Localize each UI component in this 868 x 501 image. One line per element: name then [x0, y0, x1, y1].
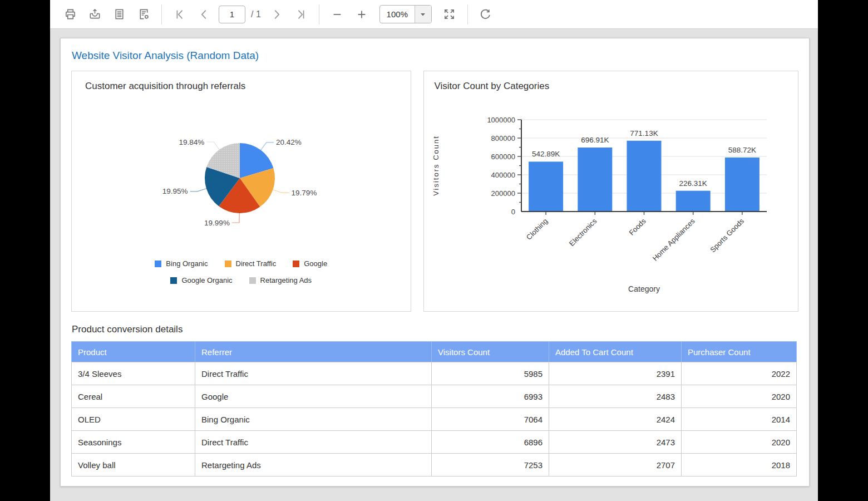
- table-cell: 2014: [682, 408, 797, 431]
- y-tick-label: 800000: [491, 134, 515, 143]
- table-cell: 2020: [682, 385, 797, 408]
- table-row: Volley ballRetargeting Ads725327072018: [72, 454, 797, 477]
- print-button[interactable]: [60, 4, 80, 24]
- table-cell: 7253: [432, 454, 549, 477]
- table-cell: Retargeting Ads: [195, 454, 432, 477]
- zoom-out-button[interactable]: [327, 4, 347, 24]
- zoom-dropdown-button[interactable]: [415, 6, 431, 23]
- bar: [578, 148, 612, 212]
- last-page-button[interactable]: [291, 4, 311, 24]
- last-page-icon: [295, 8, 307, 21]
- fullscreen-button[interactable]: [440, 4, 460, 24]
- table-cell: Seasonings: [72, 431, 195, 454]
- table-section-title: Product conversion details: [72, 324, 798, 335]
- table-cell: Google: [195, 385, 432, 408]
- table-header-cell: Added To Cart Count: [549, 342, 682, 362]
- legend-item[interactable]: Google: [293, 259, 327, 268]
- table-row: OLEDBing Organic706424242014: [72, 408, 797, 431]
- x-category-label: Clothing: [524, 217, 549, 242]
- first-page-button[interactable]: [170, 4, 190, 24]
- table-cell: OLED: [72, 408, 195, 431]
- table-cell: 5985: [432, 362, 549, 385]
- pie-chart: 20.42%19.79%19.99%19.95%19.84%: [72, 96, 411, 253]
- report-page: Website Visitor Analysis (Random Data) C…: [60, 38, 810, 487]
- table-header-cell: Visitors Count: [432, 342, 549, 362]
- next-page-button[interactable]: [267, 4, 287, 24]
- print-icon: [64, 8, 77, 21]
- legend-item[interactable]: Bing Organic: [155, 259, 208, 268]
- y-tick-label: 1000000: [487, 116, 515, 124]
- toolbar-divider: [161, 4, 162, 24]
- table-row: SeasoningsDirect Traffic689624732020: [72, 431, 797, 454]
- pie-value-label: 19.95%: [162, 187, 188, 195]
- x-category-label: Sports Goods: [708, 217, 746, 254]
- next-page-icon: [270, 8, 283, 21]
- report-viewer: / 1 100%: [50, 0, 818, 501]
- page-setup-icon: [137, 8, 150, 21]
- product-conversion-table: ProductReferrerVisitors CountAdded To Ca…: [71, 341, 797, 477]
- y-tick-label: 0: [511, 208, 515, 216]
- table-row: CerealGoogle699324832020: [72, 385, 797, 408]
- table-cell: 2020: [682, 431, 797, 454]
- fullscreen-icon: [443, 8, 456, 21]
- first-page-icon: [174, 8, 186, 21]
- bar: [675, 191, 710, 212]
- legend-label: Bing Organic: [166, 259, 208, 268]
- x-category-label: Home Appliances: [650, 217, 696, 262]
- table-header-cell: Product: [72, 342, 195, 362]
- table-cell: 6896: [432, 431, 549, 454]
- bar: [529, 161, 563, 212]
- table-cell: Volley ball: [72, 454, 195, 477]
- table-cell: 7064: [432, 408, 549, 431]
- y-axis-title: Visitors Count: [432, 135, 440, 196]
- bar-value-label: 226.31K: [679, 179, 707, 188]
- zoom-out-icon: [331, 8, 343, 21]
- page-layout-button[interactable]: [109, 4, 129, 24]
- legend-label: Direct Traffic: [236, 259, 277, 268]
- report-content-area: Website Visitor Analysis (Random Data) C…: [50, 29, 818, 501]
- zoom-in-icon: [356, 8, 368, 21]
- previous-page-icon: [198, 8, 210, 21]
- refresh-icon: [479, 8, 492, 21]
- export-icon: [88, 8, 101, 21]
- legend-label: Retargeting Ads: [260, 276, 312, 284]
- y-tick-label: 400000: [491, 171, 515, 179]
- legend-swatch: [155, 261, 161, 267]
- legend-row: Google OrganicRetargeting Ads: [72, 276, 411, 284]
- pie-value-label: 19.79%: [292, 189, 317, 197]
- pie-value-label: 20.42%: [276, 138, 302, 146]
- report-title: Website Visitor Analysis (Random Data): [72, 50, 798, 62]
- pie-chart-panel: Customer acquisition through referrals 2…: [71, 71, 411, 312]
- legend-swatch: [225, 261, 231, 267]
- legend-item[interactable]: Direct Traffic: [225, 259, 277, 268]
- page-layout-icon: [113, 8, 126, 21]
- pie-chart-title: Customer acquisition through referrals: [72, 71, 411, 96]
- bar: [724, 158, 759, 212]
- y-tick-label: 200000: [491, 189, 515, 198]
- table-cell: Bing Organic: [195, 408, 432, 431]
- x-category-label: Electronics: [567, 217, 598, 248]
- pie-value-label: 19.99%: [204, 219, 230, 227]
- bar-value-label: 588.72K: [728, 146, 756, 154]
- table-cell: 2424: [549, 408, 682, 431]
- legend-row: Bing OrganicDirect TrafficGoogle: [72, 259, 411, 268]
- toolbar-divider: [319, 4, 319, 24]
- toolbar-divider: [467, 4, 468, 24]
- table-cell: Direct Traffic: [195, 362, 432, 385]
- export-button[interactable]: [85, 4, 105, 24]
- page-number-input[interactable]: [219, 6, 245, 23]
- legend-item[interactable]: Google Organic: [170, 276, 232, 284]
- zoom-level-select[interactable]: 100%: [379, 5, 432, 23]
- zoom-in-button[interactable]: [352, 4, 372, 24]
- zoom-level-value: 100%: [380, 6, 415, 23]
- legend-item[interactable]: Retargeting Ads: [249, 276, 312, 284]
- y-tick-label: 600000: [491, 153, 515, 161]
- table-body: 3/4 SleevesDirect Traffic598523912022Cer…: [72, 362, 797, 477]
- previous-page-button[interactable]: [194, 4, 214, 24]
- chart-panels: Customer acquisition through referrals 2…: [71, 71, 798, 312]
- table-cell: 2483: [549, 385, 682, 408]
- refresh-button[interactable]: [476, 4, 496, 24]
- page-setup-button[interactable]: [134, 4, 154, 24]
- table-cell: Direct Traffic: [195, 431, 432, 454]
- table-cell: 2391: [549, 362, 682, 385]
